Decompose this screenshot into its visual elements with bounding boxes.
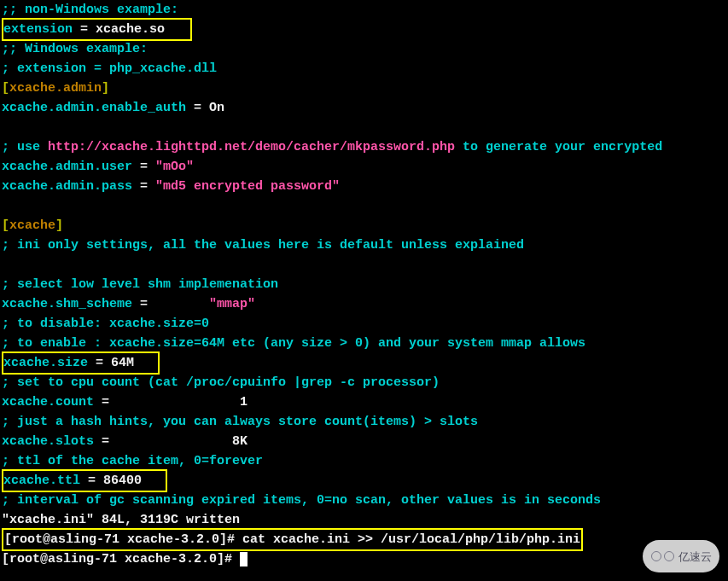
shell-prompt: [root@asling-71 xcache-3.2.0]# cat xcach…: [4, 532, 580, 547]
config-value: = xcache.so: [73, 22, 165, 37]
comment: ; to disable: xcache.size=0: [2, 317, 209, 331]
config-key: xcache.admin.pass: [2, 179, 132, 194]
config-key: xcache.shm_scheme: [2, 297, 132, 311]
comment: ; select low level shm implemenation: [2, 277, 278, 292]
config-key: xcache.slots: [2, 434, 94, 449]
dot-icon: [664, 551, 674, 561]
string-value: "mmap": [209, 297, 255, 311]
config-key: xcache.ttl: [3, 474, 88, 488]
watermark-text: 亿速云: [678, 547, 712, 566]
config-value: = 8K: [94, 434, 248, 449]
section-bracket: ]: [102, 81, 109, 96]
equals: =: [132, 179, 155, 194]
comment: ; ttl of the cache item, 0=forever: [2, 454, 263, 468]
section-name: xcache.admin: [9, 81, 102, 96]
config-value: = 64M: [96, 356, 134, 370]
comment: ;; Windows example:: [2, 42, 148, 56]
config-value: = On: [186, 101, 224, 115]
config-key: extension: [3, 22, 73, 37]
comment: ; to enable : xcache.size=64M etc (any s…: [2, 336, 585, 351]
comment: ; extension = php_xcache.dll: [2, 61, 217, 76]
config-key: xcache.count: [2, 395, 94, 410]
equals: =: [132, 160, 155, 174]
config-value: = 1: [94, 395, 248, 410]
config-value: = 86400: [88, 474, 142, 488]
comment: ;; non-Windows example:: [2, 3, 178, 17]
blank-line: [2, 196, 726, 216]
comment: ; use: [2, 140, 48, 154]
config-key: xcache.admin.enable_auth: [2, 101, 186, 115]
section-bracket: ]: [55, 218, 63, 233]
url-link: http://xcache.lighttpd.net/demo/cacher/m…: [48, 140, 455, 154]
status-message: "xcache.ini" 84L, 3119C written: [2, 513, 240, 527]
blank-line: [2, 255, 726, 275]
section-bracket: [: [2, 218, 9, 233]
comment: ; just a hash hints, you can always stor…: [2, 415, 478, 429]
config-key: xcache.size: [3, 356, 96, 370]
comment: to generate your encrypted: [455, 140, 662, 154]
comment: ; ini only settings, all the values here…: [2, 238, 524, 253]
dot-icon: [651, 551, 661, 561]
comment: ; set to cpu count (cat /proc/cpuinfo |g…: [2, 375, 440, 390]
comment: ; interval of gc scanning expired items,…: [2, 493, 601, 508]
cursor-icon: [240, 552, 248, 566]
equals: =: [132, 297, 209, 311]
blank-line: [2, 118, 726, 137]
config-key: xcache.admin.user: [2, 160, 132, 174]
string-value: "mOo": [155, 160, 194, 174]
watermark-badge: 亿速云: [643, 540, 719, 572]
section-bracket: [: [2, 81, 9, 96]
string-value: "md5 encrypted password": [155, 179, 340, 194]
section-name: xcache: [9, 218, 55, 233]
shell-prompt[interactable]: [root@asling-71 xcache-3.2.0]#: [2, 552, 240, 566]
terminal-output[interactable]: ;; non-Windows example: extension = xcac…: [0, 0, 728, 569]
